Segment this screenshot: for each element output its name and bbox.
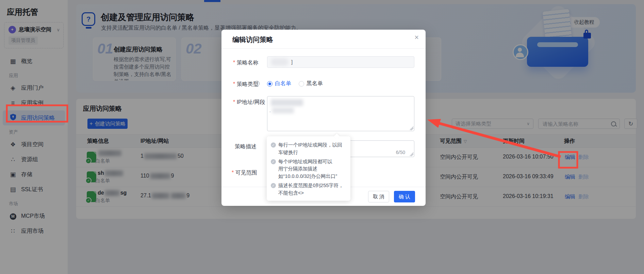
policy-name-label: 策略名称 [233,59,259,66]
scope-label: 可见范围 [232,169,257,177]
policy-name-input[interactable]: ] [267,56,414,68]
tooltip-item: ✓ 每个IP地址或网段都可以用“|”分隔添加描述 如“10.0.0.0/32|办… [271,158,346,180]
tooltip-item: ✓ 描述长度范围是0到255字符，不能包含<> [271,182,346,197]
policy-desc-label: 策略描述 [235,143,257,150]
ip-range-label: IP地址/网段 [233,99,265,106]
check-circle-icon: ✓ [271,159,276,164]
close-icon[interactable]: × [414,34,419,41]
radio-whitelist[interactable]: 白名单 [267,80,291,87]
ip-range-textarea[interactable]: . [267,96,414,131]
redacted-value [271,58,288,66]
redacted-value [272,107,294,113]
redacted-dot: . [269,108,271,113]
input-visible-char: ] [291,59,293,65]
char-counter: 6/50 [396,150,405,155]
radio-blacklist-label: 黑名单 [307,80,323,87]
check-circle-icon: ✓ [271,142,276,148]
help-icon[interactable]: ? [254,81,260,86]
edit-policy-modal: 编辑访问策略 × 策略名称 ] 策略类型 ? 白名单 黑名单 IP地址/网段 .… [221,30,426,206]
resize-handle-icon[interactable] [410,126,413,130]
tooltip-arrow [334,134,340,139]
radio-selected-icon [267,81,273,87]
modal-header-divider [221,48,426,49]
cancel-button[interactable]: 取 消 [368,191,389,202]
confirm-button[interactable]: 确 认 [394,191,415,202]
modal-title: 编辑访问策略 [232,35,273,44]
radio-blacklist[interactable]: 黑名单 [299,80,323,87]
radio-whitelist-label: 白名单 [275,80,291,87]
check-circle-icon: ✓ [271,183,276,188]
redacted-value [271,99,303,106]
tooltip-item: ✓ 每行一个IP地址或网段，以回车键换行 [271,141,346,156]
radio-unselected-icon [299,81,304,87]
resize-handle-icon[interactable] [410,152,413,156]
ip-format-tooltip: ✓ 每行一个IP地址或网段，以回车键换行 ✓ 每个IP地址或网段都可以用“|”分… [267,136,350,201]
